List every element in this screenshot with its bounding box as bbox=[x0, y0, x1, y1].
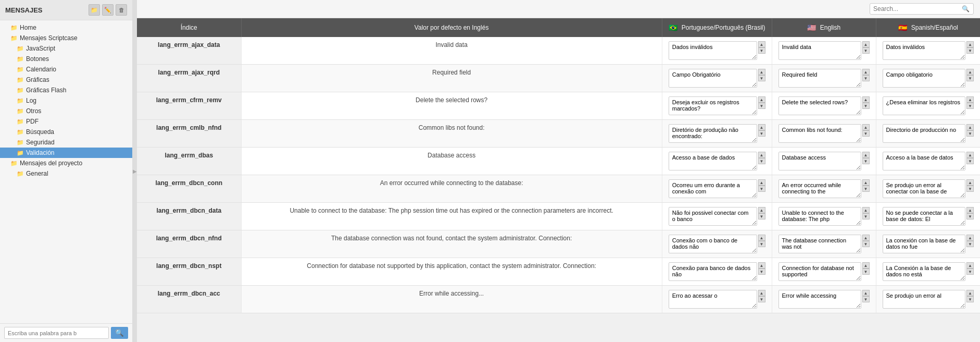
sidebar-delete-icon[interactable]: 🗑 bbox=[116, 4, 127, 16]
sidebar-search-input[interactable] bbox=[4, 327, 109, 339]
scroll-down-pt-7[interactable]: ▼ bbox=[758, 241, 765, 247]
textarea-english-9[interactable]: Error while accessing bbox=[778, 290, 861, 309]
textarea-spanish-2[interactable]: ¿Desea eliminar los registros bbox=[883, 96, 966, 115]
sidebar-folder-icon[interactable]: 📁 bbox=[89, 4, 100, 16]
scroll-down-en-6[interactable]: ▼ bbox=[862, 213, 870, 219]
scroll-up-en-3[interactable]: ▲ bbox=[862, 124, 870, 130]
scroll-down-en-5[interactable]: ▼ bbox=[862, 186, 870, 192]
sidebar-item-calendario[interactable]: 📁Calendario bbox=[0, 64, 132, 75]
textarea-portuguese-2[interactable]: Deseja excluir os registros marcados? bbox=[669, 96, 757, 115]
textarea-spanish-8[interactable]: La Conexión a la base de dados no está bbox=[883, 262, 966, 281]
scroll-down-en-4[interactable]: ▼ bbox=[862, 158, 870, 164]
textarea-english-1[interactable]: Required field bbox=[778, 69, 861, 88]
sidebar-item-otros[interactable]: 📁Otros bbox=[0, 106, 132, 116]
scroll-down-en-2[interactable]: ▼ bbox=[862, 103, 870, 109]
scroll-down-es-6[interactable]: ▼ bbox=[966, 213, 974, 219]
sidebar-item-javascript[interactable]: 📁JavaScript bbox=[0, 43, 132, 54]
scroll-down-pt-2[interactable]: ▼ bbox=[758, 103, 765, 109]
scroll-up-pt-5[interactable]: ▲ bbox=[758, 179, 765, 186]
textarea-portuguese-8[interactable]: Conexão para banco de dados não bbox=[669, 262, 757, 281]
sidebar-item-mensajes-proyecto[interactable]: 📁Mensajes del proyecto bbox=[0, 158, 132, 168]
sidebar-item-graficas-flash[interactable]: 📁Gráficas Flash bbox=[0, 85, 132, 95]
textarea-portuguese-9[interactable]: Erro ao acessar o bbox=[669, 290, 757, 309]
scroll-up-es-3[interactable]: ▲ bbox=[966, 124, 974, 130]
scroll-down-pt-9[interactable]: ▼ bbox=[758, 296, 765, 302]
sidebar-item-pdf[interactable]: 📁PDF bbox=[0, 116, 132, 127]
scroll-up-pt-0[interactable]: ▲ bbox=[758, 41, 765, 47]
scroll-up-es-2[interactable]: ▲ bbox=[966, 96, 974, 103]
scroll-up-en-0[interactable]: ▲ bbox=[862, 41, 870, 47]
scroll-down-pt-8[interactable]: ▼ bbox=[758, 268, 765, 275]
textarea-spanish-7[interactable]: La conexión con la base de datos no fue bbox=[883, 235, 966, 253]
textarea-spanish-4[interactable]: Acceso a la base de datos bbox=[883, 152, 966, 170]
scroll-up-en-9[interactable]: ▲ bbox=[862, 290, 870, 296]
scroll-down-en-7[interactable]: ▼ bbox=[862, 241, 870, 247]
scroll-down-es-5[interactable]: ▼ bbox=[966, 186, 974, 192]
textarea-english-5[interactable]: An error occurred while connecting to th… bbox=[778, 179, 861, 198]
sidebar-item-validacion[interactable]: 📁Validación bbox=[0, 148, 132, 158]
scroll-down-pt-3[interactable]: ▼ bbox=[758, 130, 765, 137]
scroll-up-en-1[interactable]: ▲ bbox=[862, 69, 870, 75]
textarea-portuguese-3[interactable]: Diretório de produção não encontrado: bbox=[669, 124, 757, 143]
textarea-english-8[interactable]: Connection for database not supported bbox=[778, 262, 861, 281]
textarea-spanish-0[interactable]: Datos inválidos bbox=[883, 41, 966, 60]
scroll-up-es-0[interactable]: ▲ bbox=[966, 41, 974, 47]
textarea-english-6[interactable]: Unable to connect to the database: The p… bbox=[778, 207, 861, 226]
scroll-up-pt-7[interactable]: ▲ bbox=[758, 235, 765, 241]
scroll-up-en-5[interactable]: ▲ bbox=[862, 179, 870, 186]
scroll-up-es-9[interactable]: ▲ bbox=[966, 290, 974, 296]
scroll-down-es-3[interactable]: ▼ bbox=[966, 130, 974, 137]
textarea-spanish-3[interactable]: Directorio de producción no bbox=[883, 124, 966, 143]
scroll-up-pt-8[interactable]: ▲ bbox=[758, 262, 765, 268]
sidebar-item-home[interactable]: 📁Home bbox=[0, 22, 132, 33]
scroll-down-pt-4[interactable]: ▼ bbox=[758, 158, 765, 164]
scroll-up-pt-6[interactable]: ▲ bbox=[758, 207, 765, 213]
textarea-spanish-6[interactable]: No se puede conectar a la base de datos:… bbox=[883, 207, 966, 226]
main-search-input[interactable] bbox=[873, 5, 962, 13]
scroll-up-es-7[interactable]: ▲ bbox=[966, 235, 974, 241]
textarea-english-3[interactable]: Common libs not found: bbox=[778, 124, 861, 143]
scroll-up-en-2[interactable]: ▲ bbox=[862, 96, 870, 103]
scroll-down-en-8[interactable]: ▼ bbox=[862, 268, 870, 275]
scroll-up-es-8[interactable]: ▲ bbox=[966, 262, 974, 268]
scroll-up-pt-4[interactable]: ▲ bbox=[758, 152, 765, 158]
scroll-down-en-3[interactable]: ▼ bbox=[862, 130, 870, 137]
sidebar-edit-icon[interactable]: ✏️ bbox=[102, 4, 114, 16]
scroll-down-es-4[interactable]: ▼ bbox=[966, 158, 974, 164]
scroll-down-es-2[interactable]: ▼ bbox=[966, 103, 974, 109]
scroll-up-pt-9[interactable]: ▲ bbox=[758, 290, 765, 296]
scroll-down-es-7[interactable]: ▼ bbox=[966, 241, 974, 247]
scroll-up-es-4[interactable]: ▲ bbox=[966, 152, 974, 158]
sidebar-item-botones[interactable]: 📁Botones bbox=[0, 54, 132, 64]
scroll-up-en-8[interactable]: ▲ bbox=[862, 262, 870, 268]
scroll-down-es-0[interactable]: ▼ bbox=[966, 47, 974, 54]
sidebar-item-busqueda[interactable]: 📁Búsqueda bbox=[0, 127, 132, 137]
sidebar-item-mensajes-scriptcase[interactable]: 📁Mensajes Scriptcase bbox=[0, 33, 132, 43]
scroll-up-pt-2[interactable]: ▲ bbox=[758, 96, 765, 103]
textarea-portuguese-1[interactable]: Campo Obrigatório bbox=[669, 69, 757, 88]
scroll-up-pt-1[interactable]: ▲ bbox=[758, 69, 765, 75]
textarea-portuguese-0[interactable]: Dados inválidos bbox=[669, 41, 757, 60]
textarea-spanish-9[interactable]: Se produjo un error al bbox=[883, 290, 966, 309]
scroll-down-pt-1[interactable]: ▼ bbox=[758, 75, 765, 81]
scroll-up-es-1[interactable]: ▲ bbox=[966, 69, 974, 75]
sidebar-item-general[interactable]: 📁General bbox=[0, 168, 132, 179]
sidebar-resize-divider[interactable]: ▶ bbox=[133, 0, 137, 342]
textarea-portuguese-4[interactable]: Acesso a base de dados bbox=[669, 152, 757, 170]
scroll-down-pt-6[interactable]: ▼ bbox=[758, 213, 765, 219]
scroll-up-es-6[interactable]: ▲ bbox=[966, 207, 974, 213]
scroll-down-pt-0[interactable]: ▼ bbox=[758, 47, 765, 54]
scroll-up-en-6[interactable]: ▲ bbox=[862, 207, 870, 213]
scroll-down-pt-5[interactable]: ▼ bbox=[758, 186, 765, 192]
textarea-english-4[interactable]: Database access bbox=[778, 152, 861, 170]
scroll-up-es-5[interactable]: ▲ bbox=[966, 179, 974, 186]
scroll-down-es-1[interactable]: ▼ bbox=[966, 75, 974, 81]
textarea-english-2[interactable]: Delete the selected rows? bbox=[778, 96, 861, 115]
scroll-up-en-4[interactable]: ▲ bbox=[862, 152, 870, 158]
textarea-english-0[interactable]: Invalid data bbox=[778, 41, 861, 60]
scroll-up-pt-3[interactable]: ▲ bbox=[758, 124, 765, 130]
scroll-down-en-0[interactable]: ▼ bbox=[862, 47, 870, 54]
sidebar-item-graficas[interactable]: 📁Gráficas bbox=[0, 75, 132, 85]
scroll-down-en-1[interactable]: ▼ bbox=[862, 75, 870, 81]
textarea-portuguese-6[interactable]: Não foi possivel conectar com o banco bbox=[669, 207, 757, 226]
